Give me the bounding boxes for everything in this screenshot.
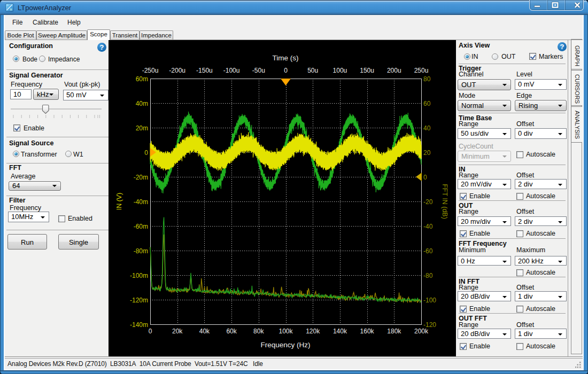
svg-text:-80m: -80m [134,247,148,255]
svg-text:-200u: -200u [169,67,185,74]
svg-text:120k: 120k [306,328,320,335]
svg-text:-60m: -60m [134,223,148,230]
svg-text:-150u: -150u [196,67,213,74]
svg-text:60k: 60k [226,328,237,335]
svg-text:-100u: -100u [223,67,240,74]
svg-text:-140m: -140m [130,321,148,329]
svg-text:100k: 100k [278,328,293,335]
svg-text:200k: 200k [414,328,429,335]
svg-text:50u: 50u [307,67,318,74]
svg-text:80: 80 [423,75,431,83]
svg-text:20: 20 [423,149,431,157]
svg-text:-40: -40 [423,223,433,230]
svg-text:20m: 20m [136,124,148,132]
svg-text:80k: 80k [253,328,264,335]
svg-text:FFT IN (dB): FFT IN (dB) [441,184,448,219]
svg-text:-40m: -40m [134,198,148,206]
svg-text:-100: -100 [423,297,436,304]
svg-text:180k: 180k [387,328,401,335]
svg-text:-80: -80 [423,272,433,279]
svg-text:140k: 140k [333,328,347,335]
svg-text:40k: 40k [199,328,210,335]
svg-text:0: 0 [284,67,288,74]
svg-text:60: 60 [423,100,431,107]
svg-text:-120m: -120m [130,297,148,304]
svg-text:-50u: -50u [252,67,265,74]
svg-text:Frequency (Hz): Frequency (Hz) [260,341,310,349]
svg-text:160k: 160k [360,328,375,335]
svg-text:0: 0 [423,174,427,181]
svg-text:250u: 250u [414,67,429,74]
svg-text:200u: 200u [387,67,401,74]
svg-text:20k: 20k [172,328,183,335]
svg-text:100u: 100u [333,67,347,74]
svg-text:60m: 60m [136,75,148,83]
svg-text:0: 0 [144,149,148,157]
svg-text:-100m: -100m [130,272,148,279]
svg-text:0: 0 [149,328,152,335]
svg-text:IN (V): IN (V) [115,193,123,211]
svg-text:-60: -60 [423,247,433,255]
svg-text:150u: 150u [360,67,374,74]
svg-text:40m: 40m [136,100,148,107]
svg-text:Time (s): Time (s) [273,54,299,62]
svg-text:40: 40 [423,124,431,132]
svg-text:-20m: -20m [134,174,148,181]
svg-text:-20: -20 [423,198,433,206]
svg-text:-250u: -250u [142,67,159,74]
